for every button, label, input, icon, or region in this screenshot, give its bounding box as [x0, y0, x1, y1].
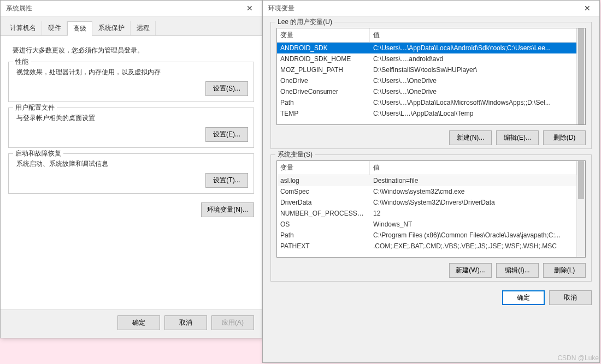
table-row[interactable]: ANDROID_SDK_HOMEC:\Users\….android\avd: [277, 53, 576, 64]
startup-settings-button[interactable]: 设置(T)...: [205, 173, 248, 188]
var-name: OS: [277, 219, 370, 230]
apply-button[interactable]: 应用(A): [211, 315, 254, 330]
user-profiles-desc: 与登录帐户相关的桌面设置: [16, 114, 248, 123]
ok-button[interactable]: 确定: [502, 290, 545, 305]
group-legend: 系统变量(S): [275, 150, 315, 159]
tabs: 计算机名 硬件 高级 系统保护 远程: [1, 16, 262, 36]
group-legend: 性能: [13, 57, 31, 67]
table-row[interactable]: OneDriveC:\Users\…\OneDrive: [277, 75, 576, 86]
var-name: NUMBER_OF_PROCESSORS: [277, 208, 370, 219]
var-value: Destination=file: [370, 175, 576, 186]
table-row[interactable]: PathC:\Program Files (x86)\Common Files\…: [277, 230, 576, 241]
tab-protection[interactable]: 系统保护: [92, 21, 131, 35]
system-edit-button[interactable]: 编辑(I)...: [496, 263, 539, 278]
system-properties-window: 系统属性 ✕ 计算机名 硬件 高级 系统保护 远程 要进行大多数更改，您必须作为…: [0, 0, 262, 338]
var-value: C:\Users\L…\AppData\Local\Temp: [370, 108, 576, 119]
var-name: OneDriveConsumer: [277, 86, 370, 97]
var-name: asl.log: [277, 175, 370, 186]
tab-computer-name[interactable]: 计算机名: [4, 21, 42, 35]
col-header-value[interactable]: 值: [370, 161, 576, 175]
table-row[interactable]: OSWindows_NT: [277, 219, 576, 230]
table-row[interactable]: ComSpecC:\Windows\system32\cmd.exe: [277, 186, 576, 197]
list-header: 变量 值: [277, 28, 576, 43]
user-profiles-settings-button[interactable]: 设置(E)...: [205, 127, 248, 142]
var-value: C:\Users\…\OneDrive: [370, 75, 576, 86]
var-value: .COM;.EXE;.BAT;.CMD;.VBS;.VBE;.JS;.JSE;.…: [370, 241, 576, 252]
user-variables-list[interactable]: 变量 值 ANDROID_SDKC:\Users\…\AppData\Local…: [276, 28, 586, 125]
group-legend: Lee 的用户变量(U): [275, 17, 334, 27]
table-row[interactable]: PathC:\Users\…\AppData\Local\Microsoft\W…: [277, 97, 576, 108]
var-name: OneDrive: [277, 75, 370, 86]
var-value: C:\Program Files (x86)\Common Files\Orac…: [370, 230, 576, 241]
bottom-bar: 确定 取消 应用(A): [1, 309, 262, 338]
table-row[interactable]: asl.logDestination=file: [277, 175, 576, 186]
scrollbar[interactable]: [576, 161, 585, 257]
var-value: C:\Users\…\AppData\Local\Microsoft\Windo…: [370, 97, 576, 108]
group-legend: 用户配置文件: [13, 103, 57, 112]
var-value: Windows_NT: [370, 219, 576, 230]
ok-button[interactable]: 确定: [117, 315, 160, 330]
var-value: D:\SelfInstallSW\toolsSw\HUPlayer\: [370, 64, 576, 75]
environment-variables-window: 环境变量 ✕ Lee 的用户变量(U) 变量 值 ANDROID_SDKC:\U…: [262, 0, 600, 363]
user-profiles-group: 用户配置文件 与登录帐户相关的桌面设置 设置(E)...: [8, 108, 254, 148]
list-header: 变量 值: [277, 161, 576, 175]
startup-desc: 系统启动、系统故障和调试信息: [16, 159, 248, 169]
tab-remote[interactable]: 远程: [131, 21, 156, 35]
system-variables-group: 系统变量(S) 变量 值 asl.logDestination=fileComS…: [270, 154, 592, 282]
performance-group: 性能 视觉效果，处理器计划，内存使用，以及虚拟内存 设置(S)...: [8, 62, 254, 102]
table-row[interactable]: OneDriveConsumerC:\Users\…\OneDrive: [277, 86, 576, 97]
titlebar: 系统属性 ✕: [1, 1, 262, 16]
var-name: TEMP: [277, 108, 370, 119]
cancel-button[interactable]: 取消: [164, 315, 207, 330]
table-row[interactable]: MOZ_PLUGIN_PATHD:\SelfInstallSW\toolsSw\…: [277, 64, 576, 75]
var-value: C:\Users\….android\avd: [370, 53, 576, 64]
performance-desc: 视觉效果，处理器计划，内存使用，以及虚拟内存: [16, 68, 248, 77]
var-value: C:\Users\…\OneDrive: [370, 86, 576, 97]
var-name: Path: [277, 230, 370, 241]
system-new-button[interactable]: 新建(W)...: [449, 263, 492, 278]
admin-intro: 要进行大多数更改，您必须作为管理员登录。: [8, 44, 254, 56]
table-row[interactable]: ANDROID_SDKC:\Users\…\AppData\Local\Andr…: [277, 43, 576, 53]
env-content: Lee 的用户变量(U) 变量 值 ANDROID_SDKC:\Users\…\…: [263, 16, 599, 362]
var-name: DriverData: [277, 197, 370, 208]
system-delete-button[interactable]: 删除(L): [543, 263, 586, 278]
table-row[interactable]: PATHEXT.COM;.EXE;.BAT;.CMD;.VBS;.VBE;.JS…: [277, 241, 576, 252]
var-name: PATHEXT: [277, 241, 370, 252]
var-value: 12: [370, 208, 576, 219]
var-value: C:\Windows\system32\cmd.exe: [370, 186, 576, 197]
close-icon[interactable]: ✕: [241, 3, 258, 14]
var-name: MOZ_PLUGIN_PATH: [277, 64, 370, 75]
close-icon[interactable]: ✕: [579, 3, 596, 14]
var-name: ANDROID_SDK_HOME: [277, 53, 370, 64]
window-title: 环境变量: [268, 4, 294, 13]
col-header-variable[interactable]: 变量: [277, 28, 370, 42]
system-variables-list[interactable]: 变量 值 asl.logDestination=fileComSpecC:\Wi…: [276, 160, 586, 258]
window-title: 系统属性: [6, 4, 32, 13]
scroll-thumb[interactable]: [578, 161, 584, 199]
user-delete-button[interactable]: 删除(D): [543, 130, 586, 145]
var-name: ComSpec: [277, 186, 370, 197]
var-name: ANDROID_SDK: [277, 43, 370, 53]
var-value: C:\Windows\System32\Drivers\DriverData: [370, 197, 576, 208]
cancel-button[interactable]: 取消: [549, 290, 592, 305]
table-row[interactable]: NUMBER_OF_PROCESSORS12: [277, 208, 576, 219]
table-row[interactable]: TEMPC:\Users\L…\AppData\Local\Temp: [277, 108, 576, 119]
col-header-variable[interactable]: 变量: [277, 161, 370, 175]
scrollbar[interactable]: [576, 28, 585, 124]
user-new-button[interactable]: 新建(N)...: [449, 130, 492, 145]
user-variables-group: Lee 的用户变量(U) 变量 值 ANDROID_SDKC:\Users\…\…: [270, 22, 592, 149]
group-legend: 启动和故障恢复: [13, 149, 63, 158]
scroll-thumb[interactable]: [578, 28, 584, 124]
col-header-value[interactable]: 值: [370, 28, 576, 42]
environment-variables-button[interactable]: 环境变量(N)...: [201, 202, 254, 217]
performance-settings-button[interactable]: 设置(S)...: [205, 81, 248, 96]
var-value: C:\Users\…\AppData\Local\Android\Sdk\too…: [370, 43, 576, 53]
table-row[interactable]: DriverDataC:\Windows\System32\Drivers\Dr…: [277, 197, 576, 208]
var-name: Path: [277, 97, 370, 108]
user-edit-button[interactable]: 编辑(E)...: [496, 130, 539, 145]
titlebar: 环境变量 ✕: [263, 1, 599, 16]
tab-advanced[interactable]: 高级: [67, 21, 92, 36]
startup-recovery-group: 启动和故障恢复 系统启动、系统故障和调试信息 设置(T)...: [8, 153, 254, 194]
tab-content: 要进行大多数更改，您必须作为管理员登录。 性能 视觉效果，处理器计划，内存使用，…: [1, 36, 262, 309]
tab-hardware[interactable]: 硬件: [42, 21, 67, 35]
